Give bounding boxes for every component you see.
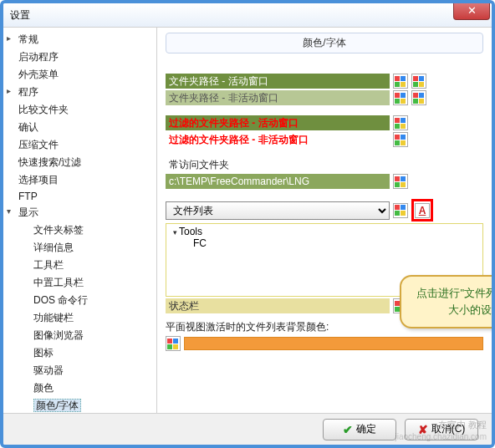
tree-subitem[interactable]: 驱动器 xyxy=(3,362,156,379)
bar-favorites-path: c:\TEMP\FreeCommander\LNG xyxy=(166,174,390,189)
content-area: 常规启动程序外壳菜单程序比较文件夹确认压缩文件快速搜索/过滤选择项目FTP显示文… xyxy=(3,27,492,413)
watermark-text: 在室内 教程 xyxy=(438,419,487,431)
tree-subitem[interactable]: 详细信息 xyxy=(3,239,156,257)
bar-folderpath-active: 文件夹路径 - 活动窗口 xyxy=(166,74,390,89)
nav-tree[interactable]: 常规启动程序外壳菜单程序比较文件夹确认压缩文件快速搜索/过滤选择项目FTP显示文… xyxy=(3,28,157,413)
tree-item[interactable]: 外壳菜单 xyxy=(3,66,156,84)
bar-filtered-inactive: 过滤的文件夹路径 - 非活动窗口 xyxy=(166,132,390,147)
tree-subitem[interactable]: 颜色/字体 xyxy=(3,397,156,413)
favorites-label: 常访问文件夹 xyxy=(166,157,390,172)
tree-item[interactable]: 常规 xyxy=(3,31,156,48)
tree-item[interactable]: 程序 xyxy=(3,84,156,101)
color-grid-icon[interactable] xyxy=(393,132,408,147)
color-grid-icon[interactable] xyxy=(393,174,408,189)
right-panel: 颜色/字体 文件夹路径 - 活动窗口 文件夹路径 - 非活动窗口 过滤的文件夹路… xyxy=(157,28,492,413)
tree-item[interactable]: 比较文件夹 xyxy=(3,101,156,119)
close-button[interactable]: ✕ xyxy=(453,2,490,20)
tree-item[interactable]: 选择项目 xyxy=(3,171,156,189)
section-select[interactable]: 文件列表 xyxy=(166,201,390,220)
bar-statusbar: 状态栏 xyxy=(166,298,390,313)
check-icon: ✔ xyxy=(343,423,353,436)
tree-subitem[interactable]: 功能键栏 xyxy=(3,309,156,327)
watermark-url: jiaocheng.chazidian.com xyxy=(395,432,487,441)
tree-subitem[interactable]: 图标 xyxy=(3,344,156,362)
tree-item[interactable]: 显示 xyxy=(3,204,156,221)
bar-filtered-active: 过滤的文件夹路径 - 活动窗口 xyxy=(166,115,390,130)
highlight-box: A xyxy=(411,199,433,221)
panel-title: 颜色/字体 xyxy=(166,33,483,53)
tree-item[interactable]: 确认 xyxy=(3,119,156,136)
bg-color-preview xyxy=(184,337,483,350)
bar-folderpath-inactive: 文件夹路径 - 非活动窗口 xyxy=(166,90,390,105)
tree-subitem[interactable]: 文件夹标签 xyxy=(3,221,156,239)
tree-item[interactable]: FTP xyxy=(3,189,156,204)
ok-label: 确定 xyxy=(356,422,376,436)
color-grid-icon[interactable] xyxy=(411,90,426,105)
ok-button[interactable]: ✔ 确定 xyxy=(323,419,396,440)
tree-subitem[interactable]: DOS 命令行 xyxy=(3,292,156,309)
tree-node-root[interactable]: Tools xyxy=(170,226,479,237)
tree-item[interactable]: 启动程序 xyxy=(3,48,156,66)
tree-subitem[interactable]: 图像浏览器 xyxy=(3,327,156,344)
color-grid-icon[interactable] xyxy=(393,74,408,89)
annotation-callout: 点击进行"文件列表"字体大小的设置 xyxy=(400,275,492,328)
tree-subitem[interactable]: 中置工具栏 xyxy=(3,274,156,292)
tree-item[interactable]: 压缩文件 xyxy=(3,136,156,154)
tree-subitem[interactable]: 工具栏 xyxy=(3,257,156,274)
close-icon: ✕ xyxy=(467,4,477,17)
color-grid-icon[interactable] xyxy=(166,336,181,351)
color-grid-icon[interactable] xyxy=(393,203,408,218)
titlebar[interactable]: 设置 ✕ xyxy=(3,3,492,27)
tree-item[interactable]: 快速搜索/过滤 xyxy=(3,154,156,171)
font-icon[interactable]: A xyxy=(415,203,430,218)
color-grid-icon[interactable] xyxy=(411,74,426,89)
window-title: 设置 xyxy=(10,8,30,23)
tree-subitem[interactable]: 颜色 xyxy=(3,379,156,397)
color-grid-icon[interactable] xyxy=(393,90,408,105)
tree-node-child[interactable]: FC xyxy=(170,237,479,249)
settings-window: 设置 ✕ 常规启动程序外壳菜单程序比较文件夹确认压缩文件快速搜索/过滤选择项目F… xyxy=(0,0,495,448)
color-grid-icon[interactable] xyxy=(393,115,408,130)
